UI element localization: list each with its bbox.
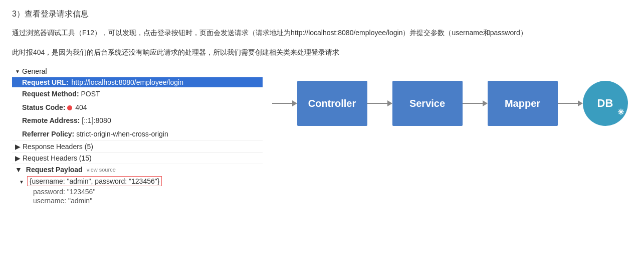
triangle-down-obj-icon: ▼ bbox=[19, 179, 24, 185]
arrowhead-2 bbox=[387, 100, 392, 106]
status-code-row: Status Code: 404 bbox=[12, 101, 263, 114]
referrer-value: strict-origin-when-cross-origin bbox=[76, 130, 168, 138]
remote-value: [::1]:8080 bbox=[82, 116, 111, 124]
method-value-text: POST bbox=[81, 90, 100, 98]
remote-label: Remote Address: bbox=[22, 116, 80, 124]
arrowhead-4 bbox=[578, 100, 583, 106]
remote-address-row: Remote Address: [::1]:8080 bbox=[12, 114, 263, 127]
arrow-before-controller bbox=[272, 100, 297, 106]
payload-body: ▼ {username: "admin", password: "123456"… bbox=[12, 175, 263, 206]
mapper-label: Mapper bbox=[505, 98, 540, 109]
referrer-policy-row: Referrer Policy: strict-origin-when-cros… bbox=[12, 127, 263, 141]
arrow-line-4 bbox=[558, 103, 578, 104]
arrow-mapper-db bbox=[558, 100, 583, 106]
triangle-down-icon: ▼ bbox=[15, 69, 20, 74]
payload-username-label: username: bbox=[33, 197, 66, 205]
arrow-line-3 bbox=[463, 103, 483, 104]
request-method-row: Request Method: POST bbox=[12, 87, 263, 100]
heading: 3）查看登录请求信息 bbox=[12, 9, 632, 20]
arrowhead-1 bbox=[292, 100, 297, 106]
status-label: Status Code: bbox=[22, 103, 65, 111]
general-section-header[interactable]: ▼ General bbox=[12, 66, 263, 77]
cursor-icon: ✳ bbox=[617, 107, 624, 117]
payload-object-value: {username: "admin", password: "123456"} bbox=[27, 176, 162, 186]
request-url-value: http://localhost:8080/employee/login bbox=[72, 78, 183, 86]
payload-header[interactable]: ▼ Request Payload view source bbox=[12, 164, 263, 175]
db-label: DB bbox=[597, 97, 613, 110]
triangle-down-payload-icon: ▼ bbox=[15, 166, 22, 174]
request-headers-header[interactable]: ▶ Request Headers (15) bbox=[12, 152, 263, 164]
triangle-right-icon-2: ▶ bbox=[15, 154, 21, 162]
request-url-row: Request URL: http://localhost:8080/emplo… bbox=[12, 77, 263, 87]
general-label: General bbox=[22, 67, 47, 75]
payload-label: Request Payload bbox=[26, 166, 83, 174]
architecture-diagram: Controller Service Mapper bbox=[263, 66, 632, 126]
payload-password-value: "123456" bbox=[67, 188, 96, 196]
triangle-right-icon: ▶ bbox=[15, 143, 21, 151]
paragraph-1: 通过浏览器调试工具（F12），可以发现，点击登录按钮时，页面会发送请求（请求地址… bbox=[12, 27, 632, 39]
status-value: 404 bbox=[75, 103, 87, 111]
request-headers-label: Request Headers (15) bbox=[23, 154, 92, 162]
arrowhead-3 bbox=[483, 100, 488, 106]
db-box: DB ✳ bbox=[583, 81, 628, 126]
arrow-controller-service bbox=[367, 100, 392, 106]
payload-password-label: password: bbox=[33, 188, 65, 196]
response-headers-header[interactable]: ▶ Response Headers (5) bbox=[12, 141, 263, 152]
view-source-link[interactable]: view source bbox=[87, 167, 116, 173]
devtools-panel: ▼ General Request URL: http://localhost:… bbox=[12, 66, 263, 206]
service-box: Service bbox=[392, 81, 463, 126]
referrer-label: Referrer Policy: bbox=[22, 130, 74, 138]
payload-object-row: ▼ {username: "admin", password: "123456"… bbox=[19, 176, 260, 187]
controller-box: Controller bbox=[297, 81, 367, 126]
payload-username-row: username: "admin" bbox=[19, 196, 260, 205]
payload-password-row: password: "123456" bbox=[19, 187, 260, 196]
mapper-box: Mapper bbox=[488, 81, 558, 126]
method-label: Request Method: bbox=[22, 90, 79, 98]
service-label: Service bbox=[409, 98, 445, 109]
arrow-service-mapper bbox=[463, 100, 488, 106]
controller-label: Controller bbox=[308, 98, 356, 109]
arrow-line-2 bbox=[367, 103, 387, 104]
paragraph-2: 此时报404，是因为我们的后台系统还没有响应此请求的处理器，所以我们需要创建相关… bbox=[12, 46, 632, 59]
request-url-label: Request URL: bbox=[22, 78, 69, 86]
arch-diagram-container: Controller Service Mapper bbox=[272, 81, 628, 126]
payload-section: ▼ Request Payload view source ▼ {usernam… bbox=[12, 164, 263, 206]
status-dot-icon bbox=[67, 105, 72, 110]
payload-username-value: "admin" bbox=[68, 197, 92, 205]
arrow-line-1 bbox=[272, 103, 292, 104]
response-headers-label: Response Headers (5) bbox=[23, 143, 93, 151]
